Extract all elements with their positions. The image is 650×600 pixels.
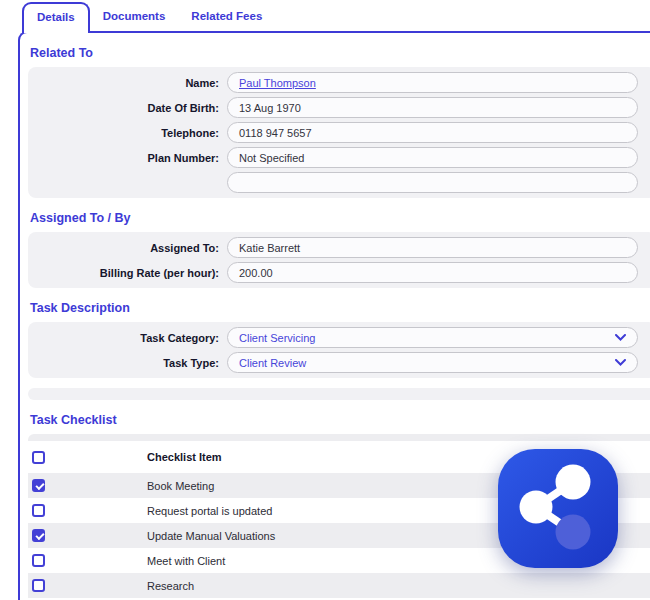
dob-label: Date Of Birth: xyxy=(28,102,227,114)
task-type-select[interactable]: Client Review xyxy=(227,352,638,373)
checklist-checkbox[interactable] xyxy=(32,579,45,592)
billing-rate-field[interactable]: 200.00 xyxy=(227,262,638,283)
telephone-field[interactable]: 0118 947 5657 xyxy=(227,122,638,143)
assigned-panel: Assigned To: Katie Barrett Billing Rate … xyxy=(28,232,650,288)
task-description-panel: Task Category: Client Servicing Task Typ… xyxy=(28,322,650,378)
task-checklist-heading: Task Checklist xyxy=(30,413,650,427)
checklist-table-top-edge xyxy=(28,434,650,441)
plan-number-label: Plan Number: xyxy=(28,152,227,164)
field-row-telephone: Telephone: 0118 947 5657 xyxy=(28,120,650,145)
field-row-name: Name: Paul Thompson xyxy=(28,70,650,95)
plan-number-field[interactable]: Not Specified xyxy=(227,147,638,168)
field-row-billing-rate: Billing Rate (per hour): 200.00 xyxy=(28,260,650,285)
name-label: Name: xyxy=(28,77,227,89)
related-to-panel: Name: Paul Thompson Date Of Birth: 13 Au… xyxy=(28,67,650,198)
checklist-item-label: Meet with Client xyxy=(147,555,225,567)
collapsed-empty-panel xyxy=(28,388,650,400)
tab-details[interactable]: Details xyxy=(22,2,90,33)
checklist-checkbox[interactable] xyxy=(32,479,45,492)
field-row-plan-number: Plan Number: Not Specified xyxy=(28,145,650,170)
select-all-checkbox[interactable] xyxy=(32,451,45,464)
checklist-item-label: Book Meeting xyxy=(147,480,214,492)
task-category-select[interactable]: Client Servicing xyxy=(227,327,638,348)
task-description-heading: Task Description xyxy=(30,301,650,315)
checklist-checkbox[interactable] xyxy=(32,504,45,517)
dob-field[interactable]: 13 Aug 1970 xyxy=(227,97,638,118)
checklist-checkbox[interactable] xyxy=(32,554,45,567)
field-row-dob: Date Of Birth: 13 Aug 1970 xyxy=(28,95,650,120)
checklist-item-label: Update Manual Valuations xyxy=(147,530,275,542)
checklist-item-label: Research xyxy=(147,580,194,592)
task-category-label: Task Category: xyxy=(28,332,227,344)
task-category-value: Client Servicing xyxy=(239,332,315,344)
assigned-to-label: Assigned To: xyxy=(28,242,227,254)
checklist-column-header: Checklist Item xyxy=(147,451,222,463)
field-row-task-type: Task Type: Client Review xyxy=(28,350,650,375)
assigned-to-field[interactable]: Katie Barrett xyxy=(227,237,638,258)
client-name-link[interactable]: Paul Thompson xyxy=(239,77,316,89)
chevron-down-icon xyxy=(615,334,626,341)
field-row-assigned-to: Assigned To: Katie Barrett xyxy=(28,235,650,260)
checklist-item-label: Request portal is updated xyxy=(147,505,272,517)
field-row-task-category: Task Category: Client Servicing xyxy=(28,325,650,350)
name-field[interactable]: Paul Thompson xyxy=(227,72,638,93)
telephone-label: Telephone: xyxy=(28,127,227,139)
extra-field[interactable] xyxy=(227,172,638,193)
network-nodes-logo-icon xyxy=(497,449,619,569)
assigned-heading: Assigned To / By xyxy=(30,211,650,225)
checklist-row: Research xyxy=(28,573,650,598)
tab-bar: Details Documents Related Fees xyxy=(0,0,650,31)
tab-documents[interactable]: Documents xyxy=(90,10,179,31)
billing-rate-label: Billing Rate (per hour): xyxy=(28,267,227,279)
related-to-heading: Related To xyxy=(30,46,650,60)
task-type-value: Client Review xyxy=(239,357,306,369)
field-row-extra xyxy=(28,170,650,195)
chevron-down-icon xyxy=(615,359,626,366)
tab-related-fees[interactable]: Related Fees xyxy=(178,10,275,31)
checklist-checkbox[interactable] xyxy=(32,529,45,542)
task-type-label: Task Type: xyxy=(28,357,227,369)
